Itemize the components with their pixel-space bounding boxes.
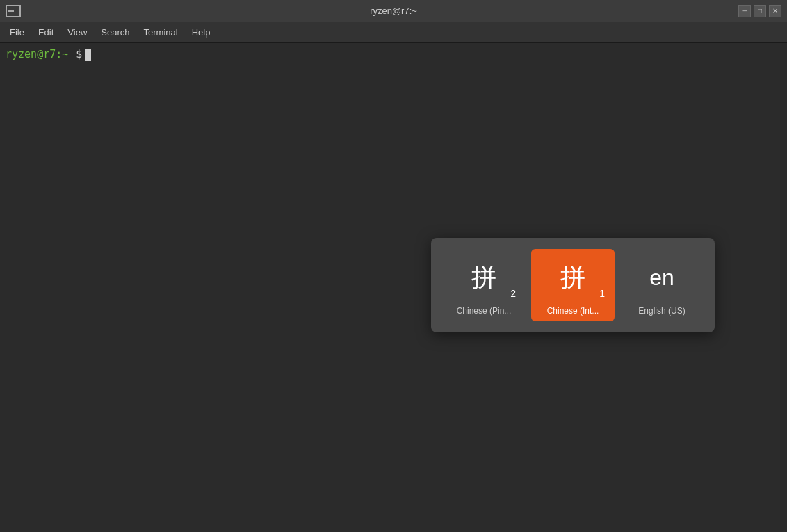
english-us-label: English (US): [638, 306, 685, 316]
input-switcher-popup: 拼 2 Chinese (Pin... 拼 1 Chinese (Int... …: [431, 238, 715, 332]
prompt-symbol: $: [70, 47, 82, 62]
input-option-english-us[interactable]: en English (US): [620, 249, 704, 321]
window-controls: ─ □ ✕: [738, 0, 781, 22]
chinese-intelligent-subscript: 1: [599, 288, 605, 299]
prompt-line: ryzen@r7:~ $: [6, 47, 781, 62]
cursor: [85, 49, 91, 61]
chinese-pinyin-icon: 拼 2: [446, 253, 521, 302]
menu-view[interactable]: View: [60, 24, 94, 40]
menu-search[interactable]: Search: [94, 24, 136, 40]
menu-help[interactable]: Help: [185, 24, 218, 40]
prompt-user-host: ryzen@r7:~: [6, 47, 68, 62]
title-bar: ryzen@r7:~ ─ □ ✕: [0, 0, 787, 22]
menu-terminal[interactable]: Terminal: [137, 24, 185, 40]
input-option-chinese-intelligent[interactable]: 拼 1 Chinese (Int...: [531, 249, 615, 321]
window-title: ryzen@r7:~: [370, 6, 417, 16]
chinese-pinyin-label: Chinese (Pin...: [457, 306, 512, 316]
terminal-body[interactable]: ryzen@r7:~ $ 拼 2 Chinese (Pin... 拼 1 Chi…: [0, 43, 787, 532]
input-option-chinese-pinyin[interactable]: 拼 2 Chinese (Pin...: [442, 249, 526, 321]
chinese-pinyin-subscript: 2: [510, 288, 516, 299]
terminal-icon: [6, 5, 21, 17]
menu-edit[interactable]: Edit: [31, 24, 60, 40]
input-options-row: 拼 2 Chinese (Pin... 拼 1 Chinese (Int... …: [442, 249, 704, 321]
close-button[interactable]: ✕: [769, 5, 781, 17]
menu-bar: File Edit View Search Terminal Help: [0, 22, 787, 43]
maximize-button[interactable]: □: [754, 5, 766, 17]
chinese-intelligent-icon: 拼 1: [535, 253, 610, 302]
english-us-icon: en: [624, 253, 699, 302]
minimize-button[interactable]: ─: [738, 5, 751, 17]
menu-file[interactable]: File: [3, 24, 31, 40]
chinese-intelligent-label: Chinese (Int...: [547, 306, 599, 316]
